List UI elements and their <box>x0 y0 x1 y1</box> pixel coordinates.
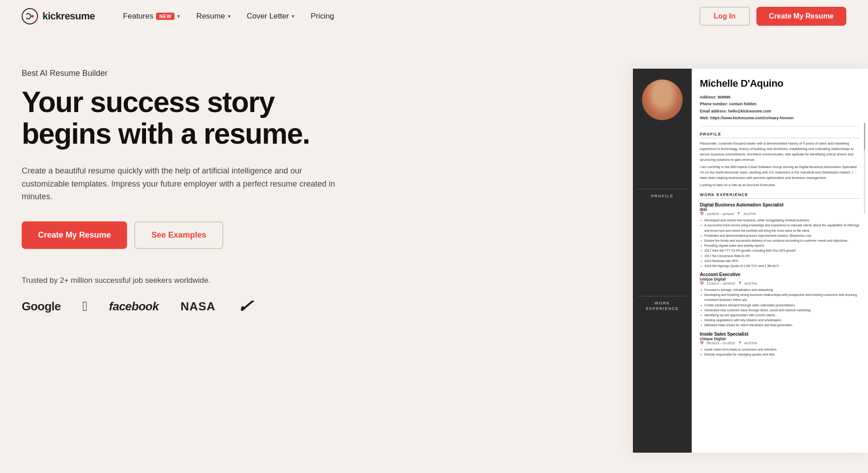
trust-section: Trusted by 2+ million successful job see… <box>22 276 392 317</box>
see-examples-button[interactable]: See Examples <box>134 221 223 249</box>
resume-profile-title: PROFILE <box>700 132 860 138</box>
job-1-company: IBM <box>700 207 860 212</box>
bullet: Generated new customer base through dire… <box>700 308 860 313</box>
resume-profile-text-2: I am currently in the IBM Hybrid Cloud S… <box>700 164 860 181</box>
nav-cover-letter[interactable]: Cover Letter ▾ <box>241 8 301 24</box>
sidebar-profile-label: PROFILE <box>637 189 687 198</box>
calendar-icon: 📅 <box>700 281 704 286</box>
sidebar-profile-section: PROFILE <box>633 183 692 200</box>
resume-sidebar: PROFILE WORK EXPERIENCE <box>633 69 692 453</box>
resume-chevron-icon: ▾ <box>228 13 231 19</box>
nav-actions: Log In Create My Resume <box>699 7 846 26</box>
create-resume-nav-button[interactable]: Create My Resume <box>756 7 846 26</box>
job-1-bullets: Developed and closed new business, while… <box>700 218 860 268</box>
bullet: Create solutions demand through sales ca… <box>700 303 860 308</box>
bullet: Identifying up-sell opportunities with c… <box>700 313 860 318</box>
hero-subtitle: Best AI Resume Builder <box>22 69 392 78</box>
bullet: Ensure the timely and successful deliver… <box>700 238 860 243</box>
bullet: A successful track-record using knowledg… <box>700 223 860 233</box>
job-3-meta: 📅 06/2013 – 01/2015 📍 AUSTIN <box>700 341 860 345</box>
location-icon: 📍 <box>736 212 741 216</box>
hero-title: Your success story begins with a resume. <box>22 86 392 150</box>
bullet: Focused in storage, virtualization and n… <box>700 287 860 292</box>
nav-pricing[interactable]: Pricing <box>304 8 340 24</box>
resume-contact: Address: 909999 Phone number: contact hi… <box>700 94 860 126</box>
bullet: Inside Sales from leads to conversion an… <box>700 347 860 352</box>
sidebar-work-label: WORK <box>637 296 687 305</box>
calendar-icon: 📅 <box>700 212 704 216</box>
logo[interactable]: kickresume <box>22 8 95 24</box>
resume-profile-text-1: Passionate, customer-focused leader with… <box>700 141 860 163</box>
bullet: 2017 NA Conversion Rate10.4% <box>700 253 860 258</box>
resume-job-2: Account Executive Unique Digital 📅 11/20… <box>700 272 860 328</box>
job-3-title: Inside Sales Specialist <box>700 332 860 337</box>
resume-preview: PROFILE WORK EXPERIENCE Michelle D'Aquin… <box>633 69 868 453</box>
create-resume-hero-button[interactable]: Create My Resume <box>22 221 127 249</box>
resume-job-1: Digital Business Automation Specialist I… <box>700 202 860 268</box>
main-content: Best AI Resume Builder Your success stor… <box>0 33 868 473</box>
nav-links: Features NEW ▾ Resume ▾ Cover Letter ▾ P… <box>117 8 699 24</box>
resume-profile-text-3: Looking to take on a role as an Account … <box>700 183 860 188</box>
svg-point-1 <box>31 15 34 18</box>
job-3-bullets: Inside Sales from leads to conversion an… <box>700 347 860 357</box>
job-2-bullets: Focused in storage, virtualization and n… <box>700 287 860 328</box>
resume-job-3: Inside Sales Specialist Unique Digital 📅… <box>700 332 860 357</box>
bullet: Developing and fostering strong business… <box>700 292 860 302</box>
bullet: Directly responsible for managing quotes… <box>700 352 860 357</box>
nav-resume[interactable]: Resume ▾ <box>190 8 236 24</box>
hero-buttons: Create My Resume See Examples <box>22 221 392 249</box>
resume-work-title: WORK EXPERIENCE <box>700 192 860 199</box>
trust-logos: Google  facebook NASA ✓ <box>22 296 392 317</box>
job-1-meta: 📅 10/2015 – present 📍 AUSTIN <box>700 212 860 216</box>
resume-avatar <box>642 80 683 120</box>
sidebar-work-section: WORK EXPERIENCE <box>633 290 692 313</box>
bullet: Developed and closed new business, while… <box>700 218 860 223</box>
calendar-icon: 📅 <box>700 341 704 345</box>
sidebar-experience-label: EXPERIENCE <box>637 305 687 311</box>
bullet: 2017 New NA YTY 24.4% growth, including … <box>700 248 860 253</box>
job-2-meta: 📅 11/2014 – 10/2015 📍 AUSTIN <box>700 281 860 286</box>
login-button[interactable]: Log In <box>699 7 750 26</box>
resume-main-content: Michelle D'Aquino Address: 909999 Phone … <box>692 69 868 453</box>
hero-description: Create a beautiful resume quickly with t… <box>22 164 338 203</box>
bullet: Presented and demonstrated process impro… <box>700 233 860 238</box>
navbar: kickresume Features NEW ▾ Resume ▾ Cover… <box>0 0 868 33</box>
hero-section: Best AI Resume Builder Your success stor… <box>22 60 392 473</box>
cover-letter-chevron-icon: ▾ <box>292 13 294 19</box>
bullet: Providing regular sales and activity rep… <box>700 243 860 248</box>
nav-features[interactable]: Features NEW ▾ <box>117 8 186 24</box>
bullet: 2016 Renewal rate 85% <box>700 258 860 263</box>
resume-name: Michelle D'Aquino <box>700 78 860 89</box>
bullet: Holding negotiations with key retailers … <box>700 318 860 323</box>
job-3-company: Unique Digital <box>700 337 860 341</box>
nasa-logo: NASA <box>180 300 216 314</box>
scroll-thumb <box>864 123 865 150</box>
location-icon: 📍 <box>738 281 742 286</box>
apple-logo:  <box>83 299 87 314</box>
svg-point-0 <box>22 9 38 24</box>
location-icon: 📍 <box>738 341 742 345</box>
job-2-title: Account Executive <box>700 272 860 277</box>
job-2-company: Unique Digital <box>700 277 860 281</box>
bullet: Attended trade shows for client interact… <box>700 323 860 328</box>
features-badge: NEW <box>156 13 175 20</box>
bullet: 2016 NA Signings Quota of 2.2M TCV and 1… <box>700 263 860 268</box>
logo-text: kickresume <box>42 10 95 22</box>
google-logo: Google <box>22 300 61 314</box>
facebook-logo: facebook <box>109 300 159 314</box>
features-chevron-icon: ▾ <box>177 13 180 19</box>
resume-card: PROFILE WORK EXPERIENCE Michelle D'Aquin… <box>633 69 868 453</box>
trust-text: Trusted by 2+ million successful job see… <box>22 276 392 285</box>
nike-logo: ✓ <box>236 296 255 317</box>
job-1-title: Digital Business Automation Specialist <box>700 202 860 207</box>
scroll-indicator <box>864 123 865 213</box>
